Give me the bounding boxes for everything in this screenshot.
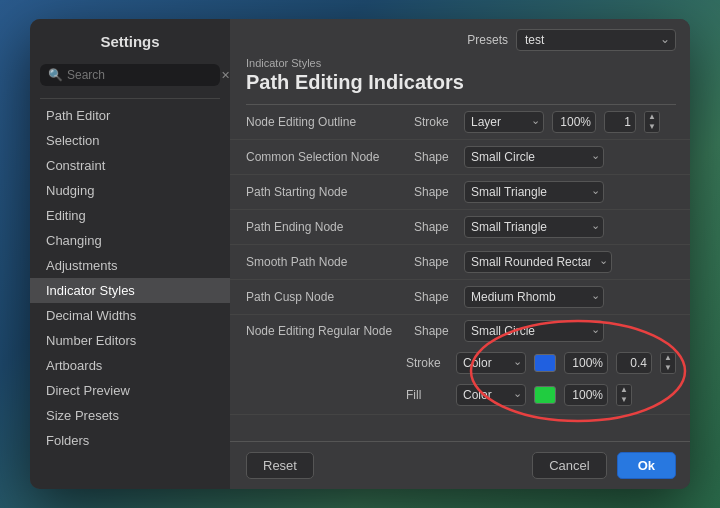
sidebar-item-indicator-styles[interactable]: Indicator Styles (30, 278, 230, 303)
node-editing-regular-shape-type: Shape (414, 324, 456, 338)
sidebar-item-artboards[interactable]: Artboards (30, 353, 230, 378)
sidebar-item-selection[interactable]: Selection (30, 128, 230, 153)
presets-select-wrapper: test (516, 29, 676, 51)
clear-search-icon[interactable]: ✕ (221, 69, 230, 82)
node-editing-regular-stroke-number[interactable]: 0.4 (616, 352, 652, 374)
smooth-path-node-label: Smooth Path Node (246, 255, 406, 269)
path-ending-node-type: Shape (414, 220, 456, 234)
common-selection-node-label: Common Selection Node (246, 150, 406, 164)
sidebar-item-changing[interactable]: Changing (30, 228, 230, 253)
search-icon: 🔍 (48, 68, 63, 82)
node-editing-regular-shape-wrap: Small Circle (464, 320, 604, 342)
stepper-down[interactable]: ▼ (617, 395, 631, 405)
path-cusp-node-label: Path Cusp Node (246, 290, 406, 304)
node-editing-regular-fill-row: Fill Color 100% ▲ ▼ (230, 379, 690, 414)
node-editing-regular-fill-percent[interactable]: 100% (564, 384, 608, 406)
path-cusp-node-shape-wrap: Medium Rhomb (464, 286, 604, 308)
node-editing-outline-label: Node Editing Outline (246, 115, 406, 129)
node-editing-outline-number[interactable]: 1 (604, 111, 636, 133)
sidebar-item-constraint[interactable]: Constraint (30, 153, 230, 178)
node-editing-outline-shape-wrap: Layer (464, 111, 544, 133)
sidebar-item-adjustments[interactable]: Adjustments (30, 253, 230, 278)
node-editing-outline-stepper[interactable]: ▲ ▼ (644, 111, 660, 133)
node-editing-regular-shape-row: Node Editing Regular Node Shape Small Ci… (230, 315, 690, 347)
stepper-down[interactable]: ▼ (645, 122, 659, 132)
sidebar-item-nudging[interactable]: Nudging (30, 178, 230, 203)
cancel-button[interactable]: Cancel (532, 452, 606, 479)
footer: Reset Cancel Ok (230, 441, 690, 489)
sidebar-item-number-editors[interactable]: Number Editors (30, 328, 230, 353)
node-editing-regular-stroke-stepper[interactable]: ▲ ▼ (660, 352, 676, 374)
smooth-path-node-shape-wrap: Small Rounded Rectan (464, 251, 612, 273)
node-editing-outline-percent[interactable]: 100% (552, 111, 596, 133)
main-panel: Presets test Indicator Styles Path Editi… (230, 19, 690, 489)
presets-label: Presets (467, 33, 508, 47)
sidebar-item-decimal-widths[interactable]: Decimal Widths (30, 303, 230, 328)
node-editing-regular-stroke-mode-select[interactable]: Color (456, 352, 526, 374)
node-editing-regular-stroke-percent[interactable]: 100% (564, 352, 608, 374)
node-editing-regular-shape-select[interactable]: Small Circle (464, 320, 604, 342)
settings-dialog: Settings 🔍 ✕ Path Editor Selection Const… (30, 19, 690, 489)
sidebar-item-direct-preview[interactable]: Direct Preview (30, 378, 230, 403)
path-starting-node-label: Path Starting Node (246, 185, 406, 199)
stepper-down[interactable]: ▼ (661, 363, 675, 373)
sidebar-item-path-editor[interactable]: Path Editor (30, 103, 230, 128)
node-editing-regular-fill-stepper[interactable]: ▲ ▼ (616, 384, 632, 406)
path-starting-node-shape-select[interactable]: Small Triangle (464, 181, 604, 203)
section-breadcrumb: Indicator Styles (230, 57, 690, 71)
sidebar-item-folders[interactable]: Folders (30, 428, 230, 453)
node-editing-regular-label: Node Editing Regular Node (246, 324, 406, 338)
common-selection-node-type: Shape (414, 150, 456, 164)
node-editing-regular-stroke-row: Stroke Color 100% 0.4 ▲ ▼ (230, 347, 690, 379)
path-ending-node-shape-select[interactable]: Small Triangle (464, 216, 604, 238)
node-editing-regular-fill-color[interactable] (534, 386, 556, 404)
smooth-path-node-shape-select[interactable]: Small Rounded Rectan (464, 251, 612, 273)
path-cusp-node-shape-select[interactable]: Medium Rhomb (464, 286, 604, 308)
path-ending-node-label: Path Ending Node (246, 220, 406, 234)
ok-button[interactable]: Ok (617, 452, 676, 479)
sidebar-nav: Path Editor Selection Constraint Nudging… (30, 94, 230, 489)
sidebar: Settings 🔍 ✕ Path Editor Selection Const… (30, 19, 230, 489)
sidebar-item-size-presets[interactable]: Size Presets (30, 403, 230, 428)
main-header: Presets test (230, 19, 690, 57)
node-editing-regular-stroke-color[interactable] (534, 354, 556, 372)
row-path-starting-node: Path Starting Node Shape Small Triangle (230, 175, 690, 210)
presets-select[interactable]: test (516, 29, 676, 51)
stepper-up[interactable]: ▲ (661, 353, 675, 363)
reset-button[interactable]: Reset (246, 452, 314, 479)
path-starting-node-shape-wrap: Small Triangle (464, 181, 604, 203)
row-smooth-path-node: Smooth Path Node Shape Small Rounded Rec… (230, 245, 690, 280)
nav-separator (40, 98, 220, 99)
path-cusp-node-type: Shape (414, 290, 456, 304)
node-editing-regular-fill-type: Fill (406, 388, 448, 402)
row-node-editing-outline: Node Editing Outline Stroke Layer 100% 1… (230, 105, 690, 140)
smooth-path-node-type: Shape (414, 255, 456, 269)
node-editing-outline-type: Stroke (414, 115, 456, 129)
node-editing-regular-fill-mode-wrap: Color (456, 384, 526, 406)
section-title: Path Editing Indicators (230, 71, 690, 104)
common-selection-node-shape-wrap: Small Circle (464, 146, 604, 168)
row-path-ending-node: Path Ending Node Shape Small Triangle (230, 210, 690, 245)
stepper-up[interactable]: ▲ (645, 112, 659, 122)
node-editing-regular-stroke-mode-wrap: Color (456, 352, 526, 374)
node-editing-regular-stroke-type: Stroke (406, 356, 448, 370)
row-common-selection-node: Common Selection Node Shape Small Circle (230, 140, 690, 175)
sidebar-title: Settings (30, 19, 230, 60)
common-selection-node-shape-select[interactable]: Small Circle (464, 146, 604, 168)
path-starting-node-type: Shape (414, 185, 456, 199)
row-node-editing-regular: Node Editing Regular Node Shape Small Ci… (230, 315, 690, 415)
stepper-up[interactable]: ▲ (617, 385, 631, 395)
node-editing-outline-shape-select[interactable]: Layer (464, 111, 544, 133)
row-path-cusp-node: Path Cusp Node Shape Medium Rhomb (230, 280, 690, 315)
sidebar-item-editing[interactable]: Editing (30, 203, 230, 228)
footer-right: Cancel Ok (532, 452, 676, 479)
path-ending-node-shape-wrap: Small Triangle (464, 216, 604, 238)
content-area: Node Editing Outline Stroke Layer 100% 1… (230, 105, 690, 441)
node-editing-regular-fill-mode-select[interactable]: Color (456, 384, 526, 406)
search-input[interactable] (67, 68, 217, 82)
search-bar[interactable]: 🔍 ✕ (40, 64, 220, 86)
